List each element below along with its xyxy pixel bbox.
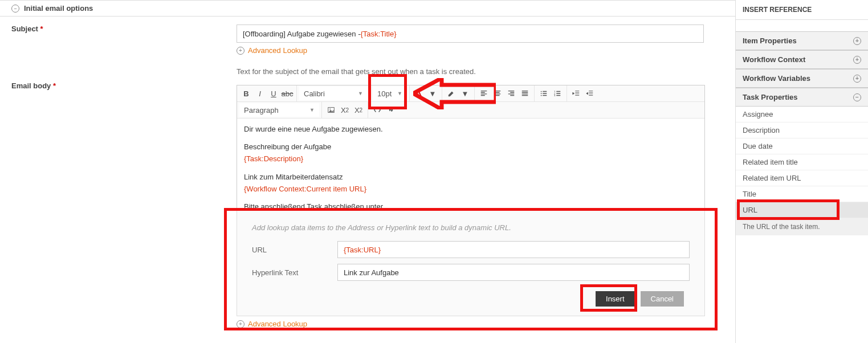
task-prop-url[interactable]: URL (736, 202, 868, 218)
subject-input[interactable]: [Offboarding] Aufgabe zugewiesen - {Task… (237, 24, 704, 43)
number-list-button[interactable]: 123 (551, 87, 564, 100)
group-item-properties[interactable]: Item Properties + (736, 32, 868, 50)
link-button[interactable] (384, 103, 398, 117)
bullet-list-button[interactable] (537, 87, 551, 100)
sidebar-title: INSERT REFERENCE (736, 0, 868, 20)
advanced-lookup-subject[interactable]: + Advanced Lookup (237, 46, 724, 55)
svg-text:3: 3 (554, 94, 556, 97)
align-right-button[interactable] (504, 87, 518, 100)
task-prop-description-text: The URL of the task item. (736, 218, 868, 235)
svg-point-7 (329, 108, 331, 109)
arrow-annotation (413, 78, 496, 109)
hyperlink-text-input[interactable]: Link zur Aufgabe (337, 264, 690, 281)
code-button[interactable] (370, 103, 384, 117)
group-task-properties[interactable]: Task Properties − (736, 88, 868, 107)
task-prop-description[interactable]: Description (736, 122, 868, 138)
cancel-button[interactable]: Cancel (641, 291, 684, 307)
group-workflow-context[interactable]: Workflow Context + (736, 51, 868, 69)
editor-content[interactable]: Dir wurde eine neue Aufgabe zugewiesen. … (237, 119, 704, 210)
url-label: URL (252, 246, 337, 254)
svg-point-2 (541, 95, 542, 96)
task-prop-related-item-url[interactable]: Related item URL (736, 170, 868, 186)
subject-label: Subject * (11, 24, 43, 33)
task-prop-related-item-title[interactable]: Related item title (736, 154, 868, 170)
outdent-button[interactable] (569, 87, 583, 100)
subscript-button[interactable]: X2 (338, 103, 352, 117)
insert-button[interactable]: Insert (596, 291, 635, 307)
strike-button[interactable]: abc (280, 87, 294, 100)
block-select[interactable]: Paragraph▼ (239, 103, 319, 117)
collapse-icon: − (853, 93, 861, 101)
task-prop-assignee[interactable]: Assignee (736, 107, 868, 122)
collapse-icon: − (11, 5, 19, 13)
font-select[interactable]: Calibri▼ (299, 87, 368, 100)
link-panel-hint: Add lookup data items to the Address or … (252, 223, 690, 232)
insert-reference-sidebar: INSERT REFERENCE Item Properties + Workf… (735, 0, 868, 343)
expand-icon: + (853, 56, 861, 64)
underline-button[interactable]: U (267, 87, 280, 100)
body-label: Email body * (11, 81, 56, 90)
superscript-button[interactable]: X2 (352, 103, 365, 117)
size-select[interactable]: 10pt▼ (373, 87, 407, 100)
bold-button[interactable]: B (239, 87, 253, 100)
section-header[interactable]: − Initial email options (0, 0, 735, 17)
url-input[interactable]: {Task:URL} (337, 241, 690, 258)
subject-helper: Text for the subject of the email that g… (237, 67, 724, 76)
align-justify-button[interactable] (518, 87, 532, 100)
indent-button[interactable] (583, 87, 597, 100)
hyperlink-text-label: Hyperlink Text (252, 268, 337, 277)
image-button[interactable] (324, 103, 338, 117)
italic-button[interactable]: I (253, 87, 267, 100)
plus-icon: + (237, 47, 244, 55)
expand-icon: + (853, 75, 861, 83)
group-workflow-variables[interactable]: Workflow Variables + (736, 70, 868, 88)
plus-icon: + (237, 320, 244, 328)
svg-point-0 (541, 91, 542, 92)
expand-icon: + (853, 37, 861, 45)
task-prop-title[interactable]: Title (736, 186, 868, 202)
svg-point-1 (541, 93, 542, 94)
section-title: Initial email options (24, 4, 93, 13)
task-prop-due-date[interactable]: Due date (736, 138, 868, 154)
link-editor-panel: Add lookup data items to the Address or … (237, 210, 705, 316)
advanced-lookup-body[interactable]: + Advanced Lookup (237, 320, 718, 328)
